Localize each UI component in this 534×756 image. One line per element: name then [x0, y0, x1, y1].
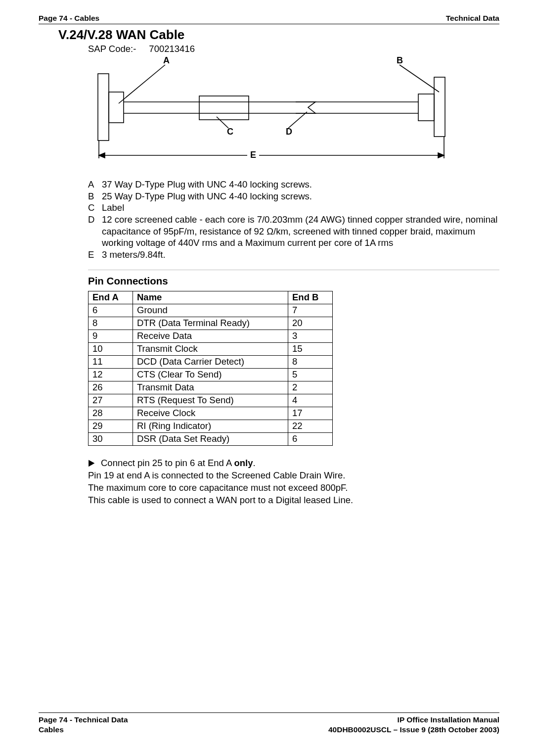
pin-header-a: End A: [89, 291, 133, 304]
table-row: 11DCD (Data Carrier Detect)8: [89, 355, 333, 368]
page-title: V.24/V.28 WAN Cable: [58, 27, 499, 43]
svg-rect-2: [434, 77, 445, 137]
def-val: 37 Way D-Type Plug with UNC 4-40 locking…: [102, 179, 499, 190]
table-cell: 22: [288, 420, 333, 432]
pin-table: End A Name End B 6Ground78DTR (Data Term…: [88, 291, 333, 446]
pin-header-name: Name: [133, 291, 288, 304]
table-cell: 20: [288, 317, 333, 330]
table-cell: RTS (Request To Send): [133, 394, 288, 407]
table-cell: CTS (Clear To Send): [133, 368, 288, 381]
table-cell: 4: [288, 394, 333, 407]
footer-right: IP Office Installation Manual 40DHB0002U…: [328, 715, 499, 734]
header-rule: [39, 24, 499, 24]
table-cell: DCD (Data Carrier Detect): [133, 355, 288, 368]
cable-diagram: A B C D E: [88, 56, 456, 168]
pin-header-b: End B: [288, 291, 333, 304]
arrow-icon: ▶: [89, 457, 95, 469]
table-row: 8DTR (Data Terminal Ready)20: [89, 317, 333, 330]
table-cell: Ground: [133, 304, 288, 317]
diag-label-b: B: [397, 55, 403, 66]
table-row: 27RTS (Request To Send)4: [89, 394, 333, 407]
table-cell: RI (Ring Indicator): [133, 420, 288, 432]
table-cell: 5: [288, 368, 333, 381]
diag-label-c: C: [227, 127, 233, 137]
table-cell: 29: [89, 420, 133, 432]
def-item-a: A 37 Way D-Type Plug with UNC 4-40 locki…: [88, 179, 499, 190]
def-val: 3 meters/9.84ft.: [102, 249, 499, 261]
table-cell: 8: [288, 355, 333, 368]
note-suffix: .: [253, 458, 256, 468]
footer-right-1: IP Office Installation Manual: [328, 715, 499, 724]
note-line-4: This cable is used to connect a WAN port…: [88, 494, 499, 506]
footer-right-2: 40DHB0002USCL – Issue 9 (28th October 20…: [328, 725, 499, 734]
def-val: Label: [102, 202, 499, 214]
table-cell: 7: [288, 304, 333, 317]
table-cell: 8: [89, 317, 133, 330]
table-cell: 17: [288, 407, 333, 420]
note-text: Connect pin 25 to pin 6 at End A: [101, 458, 234, 468]
def-key: D: [88, 214, 102, 249]
table-cell: Transmit Data: [133, 381, 288, 394]
def-val: 12 core screened cable - each core is 7/…: [102, 214, 499, 249]
def-val: 25 Way D-Type Plug with UNC 4-40 locking…: [102, 190, 499, 202]
note-bullet: ▶ Connect pin 25 to pin 6 at End A only.: [88, 457, 499, 469]
table-cell: 12: [89, 368, 133, 381]
svg-rect-3: [418, 94, 434, 121]
svg-line-8: [400, 65, 439, 92]
table-cell: 6: [288, 432, 333, 445]
table-cell: Receive Clock: [133, 407, 288, 420]
def-key: B: [88, 190, 102, 202]
note-line-2: Pin 19 at end A is connected to the Scre…: [88, 469, 499, 481]
table-cell: 2: [288, 381, 333, 394]
svg-rect-6: [199, 96, 249, 120]
header-row: Page 74 - Cables Technical Data: [39, 14, 499, 24]
table-cell: 3: [288, 330, 333, 342]
def-item-d: D 12 core screened cable - each core is …: [88, 214, 499, 249]
definition-list: A 37 Way D-Type Plug with UNC 4-40 locki…: [88, 179, 499, 261]
table-row: 30DSR (Data Set Ready)6: [89, 432, 333, 445]
footer-left-2: Cables: [39, 725, 128, 734]
def-key: C: [88, 202, 102, 214]
table-row: 9Receive Data3: [89, 330, 333, 342]
pin-header-row: End A Name End B: [89, 291, 333, 304]
svg-rect-0: [98, 74, 109, 141]
svg-line-10: [288, 112, 307, 128]
note-bullet-text: Connect pin 25 to pin 6 at End A only.: [101, 457, 256, 469]
diag-label-d: D: [286, 127, 292, 137]
note-bold: only: [234, 458, 253, 468]
diag-label-e: E: [247, 150, 259, 160]
sap-code: 700213416: [149, 44, 195, 54]
header-right: Technical Data: [446, 14, 499, 23]
header-left: Page 74 - Cables: [39, 14, 99, 23]
table-cell: DTR (Data Terminal Ready): [133, 317, 288, 330]
table-row: 29RI (Ring Indicator)22: [89, 420, 333, 432]
def-item-c: C Label: [88, 202, 499, 214]
table-cell: 9: [89, 330, 133, 342]
table-cell: 28: [89, 407, 133, 420]
sap-label: SAP Code:-: [88, 44, 136, 54]
svg-rect-1: [109, 92, 124, 123]
notes: ▶ Connect pin 25 to pin 6 at End A only.…: [88, 457, 499, 507]
table-row: 26Transmit Data2: [89, 381, 333, 394]
table-row: 10Transmit Clock15: [89, 342, 333, 355]
footer-left: Page 74 - Technical Data Cables: [39, 715, 128, 734]
svg-line-7: [119, 65, 165, 103]
table-cell: DSR (Data Set Ready): [133, 432, 288, 445]
table-cell: 11: [89, 355, 133, 368]
footer: Page 74 - Technical Data Cables IP Offic…: [39, 712, 499, 734]
table-cell: 26: [89, 381, 133, 394]
table-cell: Receive Data: [133, 330, 288, 342]
table-cell: 10: [89, 342, 133, 355]
sap-row: SAP Code:- 700213416: [88, 44, 499, 54]
note-line-3: The maximum core to core capacitance mus…: [88, 481, 499, 494]
def-item-e: E 3 meters/9.84ft.: [88, 249, 499, 261]
pin-heading: Pin Connections: [88, 275, 499, 287]
table-row: 28Receive Clock17: [89, 407, 333, 420]
def-item-b: B 25 Way D-Type Plug with UNC 4-40 locki…: [88, 190, 499, 202]
table-cell: 30: [89, 432, 133, 445]
diag-label-a: A: [163, 55, 170, 66]
table-row: 6Ground7: [89, 304, 333, 317]
section-rule: [88, 270, 499, 270]
footer-left-1: Page 74 - Technical Data: [39, 715, 128, 724]
table-cell: 6: [89, 304, 133, 317]
